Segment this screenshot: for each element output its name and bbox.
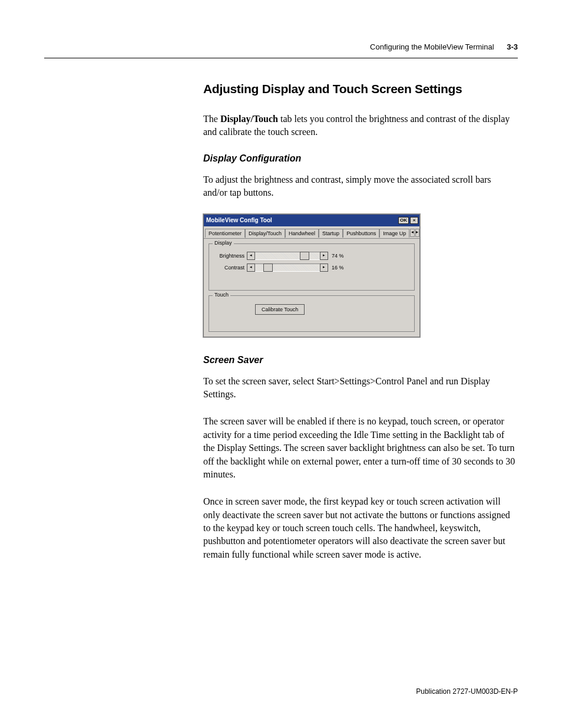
window-title: MobileView Config Tool bbox=[206, 217, 397, 223]
tab-image-up[interactable]: Image Up bbox=[379, 229, 409, 238]
close-button[interactable]: × bbox=[410, 217, 418, 224]
screen-saver-p3: Once in screen saver mode, the first key… bbox=[203, 495, 515, 561]
screen-saver-heading: Screen Saver bbox=[203, 355, 515, 365]
contrast-slider[interactable] bbox=[255, 263, 320, 272]
brightness-slider[interactable] bbox=[255, 252, 320, 260]
page-number: 3-3 bbox=[507, 42, 518, 51]
group-touch-label: Touch bbox=[213, 292, 230, 298]
config-tool-window: MobileView Config Tool OK × Potentiomete… bbox=[203, 214, 420, 337]
tab-scroll-left[interactable]: ◂ bbox=[410, 229, 414, 237]
tab-handwheel[interactable]: Handwheel bbox=[285, 229, 319, 238]
tab-pushbuttons[interactable]: Pushbuttons bbox=[343, 229, 379, 238]
display-config-text: To adjust the brightness and contrast, s… bbox=[203, 173, 515, 200]
group-display-label: Display bbox=[213, 240, 234, 246]
screen-saver-p1: To set the screen saver, select Start>Se… bbox=[203, 375, 515, 401]
tab-startup[interactable]: Startup bbox=[319, 229, 343, 238]
calibrate-touch-button[interactable]: Calibrate Touch bbox=[255, 304, 305, 315]
screen-saver-p2: The screen saver will be enabled if ther… bbox=[203, 415, 515, 481]
intro-pre: The bbox=[203, 114, 220, 124]
running-title: Configuring the MobileView Terminal bbox=[370, 42, 494, 51]
section-intro: The Display/Touch tab lets you control t… bbox=[203, 113, 515, 139]
tab-potentiometer[interactable]: Potentiometer bbox=[205, 229, 245, 238]
brightness-inc-button[interactable]: ▸ bbox=[320, 252, 328, 260]
tab-strip: Potentiometer Display/Touch Handwheel St… bbox=[204, 226, 419, 239]
group-touch: Touch Calibrate Touch bbox=[209, 295, 415, 332]
brightness-dec-button[interactable]: ◂ bbox=[247, 252, 255, 260]
brightness-label: Brightness bbox=[214, 253, 247, 259]
section-heading: Adjusting Display and Touch Screen Setti… bbox=[203, 82, 515, 96]
brightness-value: 74 % bbox=[332, 253, 349, 259]
ok-button[interactable]: OK bbox=[398, 217, 409, 224]
display-config-heading: Display Configuration bbox=[203, 153, 515, 164]
contrast-dec-button[interactable]: ◂ bbox=[247, 263, 255, 272]
contrast-label: Contrast bbox=[214, 265, 247, 271]
group-display: Display Brightness ◂ ▸ 74 % Contrast bbox=[209, 243, 415, 291]
tab-display-touch[interactable]: Display/Touch bbox=[245, 229, 285, 238]
tab-scroll-right[interactable]: ▸ bbox=[415, 229, 419, 237]
page-header: Configuring the MobileView Terminal 3-3 bbox=[44, 46, 518, 58]
publication-footer: Publication 2727-UM003D-EN-P bbox=[416, 687, 518, 696]
titlebar: MobileView Config Tool OK × bbox=[204, 215, 419, 226]
contrast-value: 16 % bbox=[332, 265, 349, 271]
intro-bold: Display/Touch bbox=[220, 114, 278, 124]
contrast-inc-button[interactable]: ▸ bbox=[320, 263, 328, 272]
